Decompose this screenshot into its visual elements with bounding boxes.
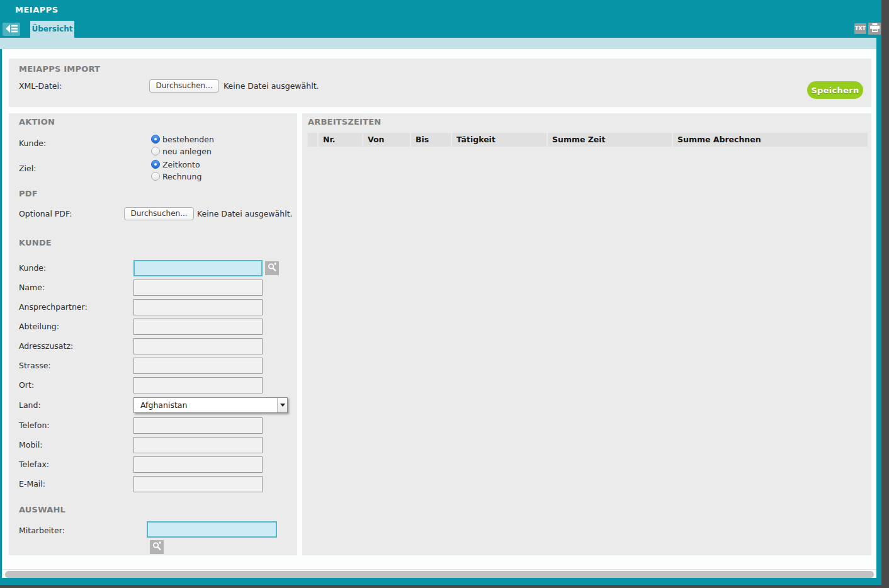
xml-browse-button[interactable]: Durchsuchen... — [149, 79, 219, 93]
abteilung-label: Abteilung: — [19, 322, 59, 331]
arbeitszeiten-table-header: Nr. Von Bis Tätigkeit Summe Zeit Summe A… — [308, 133, 868, 147]
pdf-section-title: PDF — [19, 189, 38, 198]
email-label: E-Mail: — [19, 479, 45, 489]
arbeitszeiten-section-title: ARBEITSZEITEN — [308, 117, 381, 127]
ansprechpartner-label: Ansprechpartner: — [19, 302, 88, 312]
pdf-no-file-text: Keine Datei ausgewählt. — [197, 209, 293, 218]
optional-pdf-label: Optional PDF: — [19, 209, 72, 218]
mitarbeiter-search-button[interactable] — [150, 540, 164, 554]
ansprechpartner-input[interactable] — [133, 299, 263, 315]
radio-row-rechnung: Rechnung — [151, 171, 201, 181]
telefax-input[interactable] — [133, 456, 263, 473]
adresszusatz-input[interactable] — [133, 338, 263, 354]
txt-export-button[interactable]: TXT — [854, 23, 866, 34]
app-window: MEIAPPS Übersicht TXT M — [0, 0, 881, 585]
column-header-taetigkeit: Tätigkeit — [452, 133, 546, 147]
pdf-browse-button[interactable]: Durchsuchen... — [124, 207, 194, 220]
name-label: Name: — [19, 283, 45, 292]
save-button[interactable]: Speichern — [807, 81, 863, 99]
mitarbeiter-input[interactable] — [147, 521, 277, 538]
xml-file-label: XML-Datei: — [19, 81, 62, 91]
adresszusatz-label: Adresszusatz: — [19, 341, 73, 351]
abteilung-input[interactable] — [133, 319, 263, 335]
column-header-summe-zeit: Summe Zeit — [548, 133, 672, 147]
mobil-input[interactable] — [133, 437, 263, 453]
radio-row-zeitkonto: Zeitkonto — [151, 159, 200, 169]
arbeitszeiten-panel: ARBEITSZEITEN Nr. Von Bis Tätigkeit Summ… — [302, 113, 871, 555]
column-header-nr: Nr. — [319, 133, 362, 147]
strasse-input[interactable] — [133, 358, 263, 374]
column-header-select — [308, 133, 317, 147]
main-content: MEIAPPS IMPORT XML-Datei: Durchsuchen...… — [2, 49, 876, 578]
aktion-section-title: AKTION — [19, 117, 55, 127]
horizontal-scrollbar-track — [2, 569, 876, 578]
column-header-summe-abrechnen: Summe Abrechnen — [673, 133, 868, 147]
radio-neu-anlegen[interactable] — [151, 147, 160, 155]
search-plus-icon — [152, 541, 162, 553]
name-input[interactable] — [133, 280, 263, 296]
xml-no-file-text: Keine Datei ausgewählt. — [224, 81, 319, 91]
kunde-search-button[interactable] — [265, 261, 279, 275]
collapse-menu-button[interactable] — [3, 23, 20, 36]
radio-bestehenden-label: bestehenden — [162, 135, 214, 144]
telefax-label: Telefax: — [19, 460, 49, 469]
search-plus-icon — [268, 263, 277, 274]
land-label: Land: — [19, 400, 41, 410]
land-select[interactable]: Afghanistan — [133, 397, 288, 413]
radio-zeitkonto[interactable] — [151, 160, 160, 169]
kunde-section-title: KUNDE — [19, 238, 52, 247]
tab-uebersicht[interactable]: Übersicht — [30, 21, 74, 38]
horizontal-scrollbar-thumb[interactable] — [5, 571, 874, 578]
column-header-bis: Bis — [411, 133, 451, 147]
kunde-input[interactable] — [133, 260, 263, 276]
ort-label: Ort: — [19, 380, 34, 390]
telefon-input[interactable] — [133, 417, 263, 434]
kunde-label: Kunde: — [19, 263, 46, 273]
mobil-label: Mobil: — [19, 440, 43, 449]
print-button[interactable] — [868, 23, 881, 35]
radio-neu-anlegen-label: neu anlegen — [162, 147, 212, 156]
import-panel: MEIAPPS IMPORT XML-Datei: Durchsuchen...… — [9, 59, 871, 107]
left-form-panel: AKTION Kunde: bestehenden neu anlegen Zi… — [9, 113, 297, 555]
back-list-icon — [6, 23, 18, 35]
chevron-down-icon — [277, 398, 287, 412]
ort-input[interactable] — [133, 377, 263, 393]
aktion-kunde-label: Kunde: — [19, 139, 46, 148]
auswahl-section-title: AUSWAHL — [19, 505, 65, 514]
radio-rechnung-label: Rechnung — [162, 172, 201, 181]
column-header-von: Von — [363, 133, 410, 147]
radio-rechnung[interactable] — [151, 172, 160, 181]
telefon-label: Telefon: — [19, 421, 50, 430]
email-input[interactable] — [133, 476, 263, 492]
radio-row-neu-anlegen: neu anlegen — [151, 146, 212, 156]
mitarbeiter-label: Mitarbeiter: — [19, 526, 65, 535]
tab-content-strip — [0, 38, 876, 49]
printer-icon — [870, 23, 880, 35]
radio-zeitkonto-label: Zeitkonto — [162, 160, 200, 169]
strasse-label: Strasse: — [19, 361, 51, 370]
aktion-ziel-label: Ziel: — [19, 164, 36, 173]
import-section-title: MEIAPPS IMPORT — [19, 64, 100, 74]
land-select-value: Afghanistan — [140, 400, 187, 410]
radio-bestehenden[interactable] — [151, 135, 160, 144]
app-title: MEIAPPS — [15, 5, 59, 14]
radio-row-bestehenden: bestehenden — [151, 134, 214, 144]
